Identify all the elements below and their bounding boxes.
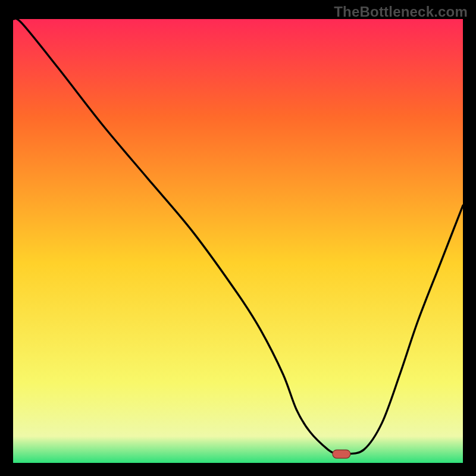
plot-area xyxy=(13,19,463,463)
chart-container: TheBottleneck.com xyxy=(0,0,476,476)
plot-svg xyxy=(13,19,463,463)
watermark-text: TheBottleneck.com xyxy=(334,4,468,20)
optimal-marker xyxy=(333,450,350,458)
gradient-background xyxy=(13,19,463,463)
